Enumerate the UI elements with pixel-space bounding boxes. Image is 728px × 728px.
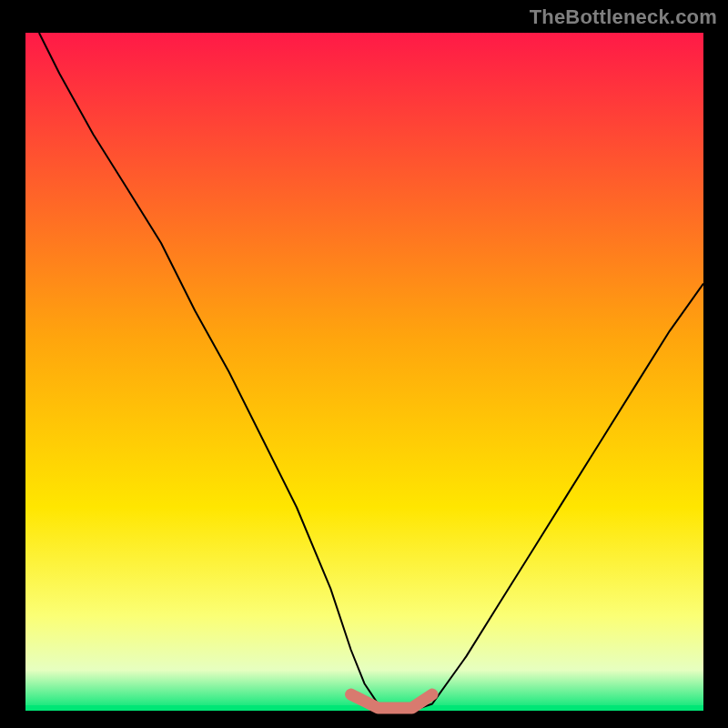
bottleneck-chart [0,0,728,728]
chart-frame: TheBottleneck.com [0,0,728,728]
watermark-text: TheBottleneck.com [530,5,717,29]
plot-background [25,33,703,711]
